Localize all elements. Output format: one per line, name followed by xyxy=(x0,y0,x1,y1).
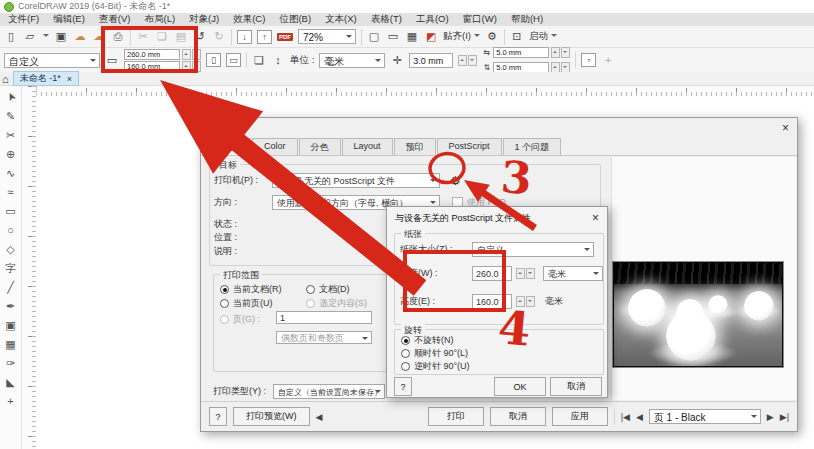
zoom-tool[interactable]: ⊕ xyxy=(2,145,20,163)
parity-select[interactable]: 偶数页和奇数页 xyxy=(276,331,372,344)
alignment-guides-icon[interactable]: ◩ xyxy=(424,30,438,44)
menu-file[interactable]: 文件(F) xyxy=(8,13,39,26)
print-dialog-close-icon[interactable]: × xyxy=(782,121,789,135)
dimension-tool[interactable]: ╱ xyxy=(2,278,20,296)
welcome-screen-icon[interactable]: ⊡ xyxy=(510,30,524,44)
nudge-distance-input[interactable]: 3.0 mm xyxy=(409,53,453,68)
mesh-fill-tool[interactable]: ▦ xyxy=(2,335,20,353)
paper-height-input[interactable]: 160.0 xyxy=(472,294,512,309)
page-width-input[interactable]: 260.0 mm xyxy=(124,49,180,60)
copy-icon[interactable]: ❏ xyxy=(155,30,169,44)
selection-radio[interactable] xyxy=(306,299,315,308)
launch-dropdown[interactable]: 启动 xyxy=(529,30,557,43)
publish-pdf-icon[interactable]: PDF xyxy=(277,33,293,41)
paper-width-stepper[interactable] xyxy=(516,268,535,279)
rotate-ccw-radio[interactable] xyxy=(401,362,410,371)
last-page-icon[interactable]: ▶| xyxy=(780,412,789,422)
tab-separations[interactable]: 分色 xyxy=(299,138,341,156)
tab-postscript[interactable]: PostScript xyxy=(437,138,502,156)
print-preview-button[interactable]: 打印预览(W) xyxy=(233,407,310,426)
page-nav-select[interactable]: 页 1 - Black xyxy=(649,409,761,424)
rectangle-tool[interactable]: ▭ xyxy=(2,202,20,220)
options-gear-icon[interactable]: ⚙ xyxy=(485,30,499,44)
page-height-stepper[interactable] xyxy=(182,61,201,72)
tab-general[interactable]: 常规 xyxy=(209,138,251,156)
nudge-stepper[interactable] xyxy=(458,55,477,66)
cloud-upload-icon[interactable]: ☁ xyxy=(73,30,87,44)
eyedropper-tool[interactable]: ✑ xyxy=(2,354,20,372)
printer-preferences-gear-icon[interactable]: ⚙ xyxy=(450,174,461,188)
apply-button[interactable]: 应用 xyxy=(552,407,608,426)
pages-input[interactable]: 1 xyxy=(276,311,372,324)
open-icon[interactable]: ▱ xyxy=(23,30,37,44)
landscape-icon[interactable]: ▭ xyxy=(226,53,241,67)
open-caret-icon[interactable] xyxy=(43,34,49,40)
pages-radio[interactable] xyxy=(220,315,229,324)
redo-icon[interactable]: ↻ xyxy=(212,30,226,44)
paper-height-stepper[interactable] xyxy=(516,296,535,307)
tab-issues[interactable]: 1 个问题 xyxy=(503,138,562,156)
crop-tool[interactable]: ✂ xyxy=(2,126,20,144)
menu-bitmaps[interactable]: 位图(B) xyxy=(279,13,311,26)
freehand-tool[interactable]: ∿ xyxy=(2,164,20,182)
snap-to-dropdown[interactable]: 贴齐(I) xyxy=(443,30,480,43)
cut-icon[interactable]: ✂ xyxy=(136,30,150,44)
show-grid-icon[interactable]: ▦ xyxy=(405,30,419,44)
menu-view[interactable]: 查看(V) xyxy=(99,13,131,26)
print-button[interactable]: 打印 xyxy=(428,407,484,426)
document-tab-close-icon[interactable]: × xyxy=(67,74,72,84)
menu-effects[interactable]: 效果(C) xyxy=(233,13,265,26)
cancel-button[interactable]: 取消 xyxy=(490,407,546,426)
duplicate-x-input[interactable]: 5.0 mm xyxy=(493,47,549,58)
first-page-icon[interactable]: |◀ xyxy=(621,412,630,422)
undo-icon[interactable]: ↺ xyxy=(193,30,207,44)
collapse-preview-icon[interactable]: ◀ xyxy=(316,412,323,422)
menu-edit[interactable]: 编辑(E) xyxy=(53,13,85,26)
tab-layout[interactable]: Layout xyxy=(342,138,393,156)
page-preset-select[interactable]: 自定义 xyxy=(4,53,100,68)
artistic-media-tool[interactable]: ≈ xyxy=(2,183,20,201)
show-ruler-icon[interactable]: ▭ xyxy=(386,30,400,44)
document-tab[interactable]: 未命名 -1* × xyxy=(13,71,79,86)
text-tool[interactable]: 字 xyxy=(2,259,20,277)
previous-page-icon[interactable]: ◀ xyxy=(636,412,643,422)
pick-tool[interactable]: ➤ xyxy=(0,85,22,109)
ellipse-tool[interactable]: ○ xyxy=(2,221,20,239)
printer-select[interactable]: 与设备无关的 PostScript 文件 xyxy=(272,173,440,188)
paper-size-select[interactable]: 自定义 xyxy=(472,242,594,257)
paper-width-unit-select[interactable]: 毫米 xyxy=(543,266,603,281)
tab-prepress[interactable]: 预印 xyxy=(394,138,436,156)
current-document-radio[interactable] xyxy=(220,285,229,294)
save-icon[interactable]: ▣ xyxy=(54,30,68,44)
menu-table[interactable]: 表格(T) xyxy=(371,13,402,26)
ps-dialog-close-icon[interactable]: × xyxy=(592,211,599,225)
help-button[interactable]: ? xyxy=(209,407,227,426)
duplicate-x-stepper[interactable] xyxy=(551,47,570,58)
print-icon[interactable]: ⎙ xyxy=(111,30,125,44)
smart-fill-tool[interactable]: ◣ xyxy=(2,373,20,391)
polygon-tool[interactable]: ◇ xyxy=(2,240,20,258)
menu-window[interactable]: 窗口(W) xyxy=(463,13,497,26)
menu-tools[interactable]: 工具(O) xyxy=(416,13,449,26)
import-icon[interactable]: ↓ xyxy=(237,30,252,44)
export-icon[interactable]: ↑ xyxy=(257,30,272,44)
home-tab-icon[interactable]: ⌂ xyxy=(2,73,9,85)
add-tool-button[interactable]: + xyxy=(2,392,20,410)
page-order-icon[interactable]: ❏ xyxy=(252,53,266,67)
fullscreen-preview-icon[interactable]: ▢ xyxy=(367,30,381,44)
documents-radio[interactable] xyxy=(306,285,315,294)
ps-ok-button[interactable]: OK xyxy=(494,377,546,396)
menu-layout[interactable]: 布局(L) xyxy=(144,13,175,26)
print-style-select[interactable]: 自定义（当前设置尚未保存） xyxy=(273,384,385,399)
paper-width-input[interactable]: 260.0 xyxy=(472,266,512,281)
page-height-input[interactable]: 160.0 mm xyxy=(124,61,180,72)
page-flip-icon[interactable]: ↕ xyxy=(271,53,285,67)
zoom-level-select[interactable]: 72% xyxy=(298,29,356,44)
menu-object[interactable]: 对象(J) xyxy=(189,13,219,26)
shape-tool[interactable]: ✎ xyxy=(2,107,20,125)
units-select[interactable]: 毫米 xyxy=(319,53,385,68)
cloud-download-icon[interactable]: ☁ xyxy=(92,30,106,44)
ps-cancel-button[interactable]: 取消 xyxy=(550,377,602,396)
add-tool-icon[interactable]: + xyxy=(601,53,615,67)
next-page-icon[interactable]: ▶ xyxy=(767,412,774,422)
